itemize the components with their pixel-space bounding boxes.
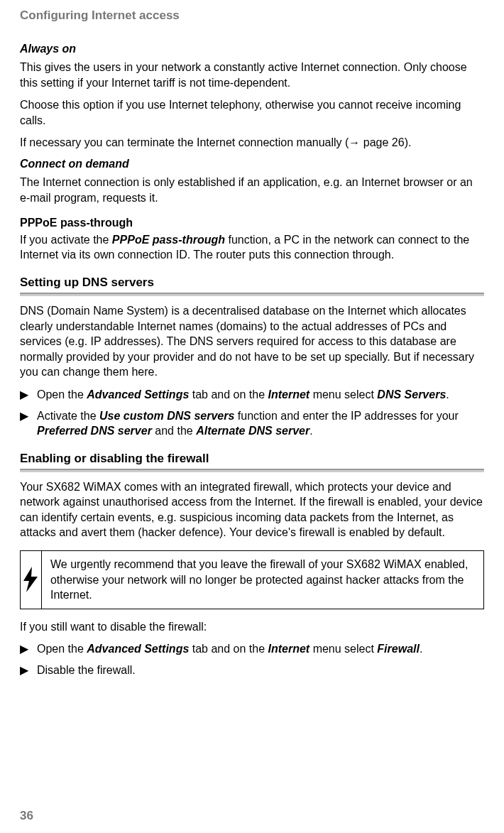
page-header: Configuring Internet access — [20, 9, 484, 23]
text: tab and on the — [189, 643, 268, 655]
text-bold-italic: Advanced Settings — [87, 388, 189, 401]
text: If you activate the — [20, 234, 112, 246]
text: . — [420, 643, 422, 655]
dns-bullet-1: Open the Advanced Settings tab and on th… — [37, 387, 484, 403]
lightning-icon — [22, 567, 39, 592]
warning-icon-cell — [21, 551, 42, 609]
list-item: ▶ Disable the firewall. — [20, 663, 484, 678]
divider — [20, 469, 484, 472]
text: menu select — [309, 388, 377, 401]
text-bold-italic: Firewall — [377, 643, 420, 655]
always-on-p2: Choose this option if you use Internet t… — [20, 97, 484, 128]
text: menu select — [309, 643, 377, 655]
warning-box: We urgently recommend that you leave the… — [20, 550, 484, 609]
list-item: ▶ Activate the Use custom DNS servers fu… — [20, 408, 484, 439]
list-item: ▶ Open the Advanced Settings tab and on … — [20, 641, 484, 657]
bullet-icon: ▶ — [20, 641, 37, 657]
page: Configuring Internet access Always on Th… — [0, 0, 504, 833]
svg-marker-0 — [23, 567, 38, 592]
firewall-p1: Your SX682 WiMAX comes with an integrate… — [20, 479, 484, 540]
always-on-p3: If necessary you can terminate the Inter… — [20, 135, 484, 151]
text: Open the — [37, 643, 87, 655]
text-bold-italic: Internet — [268, 388, 310, 401]
text: function and enter the IP addresses for … — [234, 410, 458, 422]
text: page 26). — [360, 136, 411, 148]
text: . — [309, 425, 312, 437]
text-bold-italic: Alternate DNS server — [196, 425, 309, 437]
dns-p1: DNS (Domain Name System) is a decentrali… — [20, 303, 484, 380]
text-bold-italic: PPPoE pass-through — [112, 234, 225, 246]
pppoe-p1: If you activate the PPPoE pass-through f… — [20, 232, 484, 263]
list-item: ▶ Open the Advanced Settings tab and on … — [20, 387, 484, 403]
bullet-icon: ▶ — [20, 408, 37, 439]
bullet-icon: ▶ — [20, 387, 37, 403]
bullet-icon: ▶ — [20, 663, 37, 678]
text: . — [446, 388, 449, 401]
connect-on-demand-title: Connect on demand — [20, 158, 484, 170]
divider — [20, 293, 484, 296]
pppoe-title: PPPoE pass-through — [20, 215, 484, 231]
dns-bullet-2: Activate the Use custom DNS servers func… — [37, 408, 484, 439]
connect-on-demand-p1: The Internet connection is only establis… — [20, 175, 484, 205]
text: and the — [152, 425, 196, 437]
dns-title: Setting up DNS servers — [20, 276, 484, 290]
text-bold-italic: DNS Servers — [377, 388, 446, 401]
firewall-bullet-1: Open the Advanced Settings tab and on th… — [37, 641, 484, 657]
text-bold-italic: Use custom DNS servers — [99, 410, 234, 422]
text-bold-italic: Preferred DNS server — [37, 425, 152, 437]
text-bold-italic: Advanced Settings — [87, 643, 189, 655]
text: tab and on the — [189, 388, 268, 401]
always-on-p1: This gives the users in your network a c… — [20, 60, 484, 90]
firewall-title: Enabling or disabling the firewall — [20, 452, 484, 466]
arrow-icon: → — [349, 136, 360, 148]
firewall-bullet-2: Disable the firewall. — [37, 663, 484, 678]
text-bold-italic: Internet — [268, 643, 310, 655]
always-on-title: Always on — [20, 43, 484, 55]
warning-text: We urgently recommend that you leave the… — [42, 551, 483, 609]
text: If necessary you can terminate the Inter… — [20, 136, 349, 148]
text: Open the — [37, 388, 87, 401]
text: Activate the — [37, 410, 99, 422]
page-number: 36 — [20, 809, 33, 823]
firewall-p2: If you still want to disable the firewal… — [20, 619, 484, 635]
